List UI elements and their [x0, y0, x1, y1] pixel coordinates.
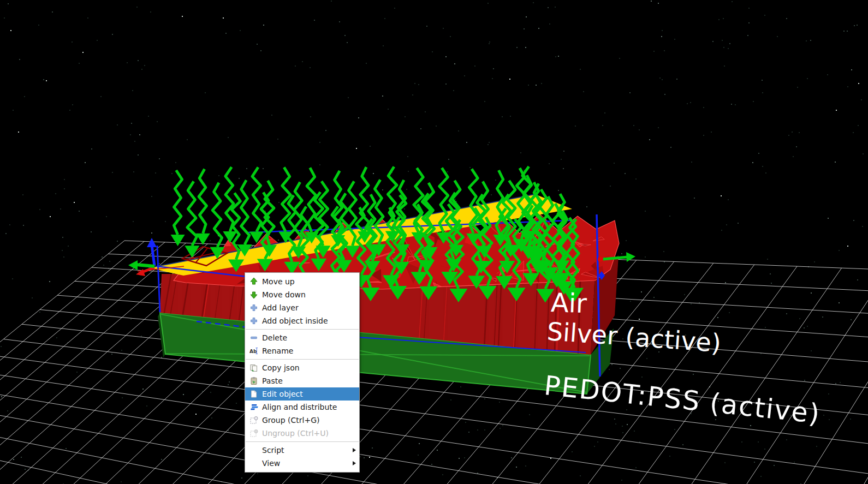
ungroup-icon — [249, 429, 258, 438]
menu-item-group[interactable]: Group (Ctrl+G) — [245, 414, 359, 427]
menu-item-label: Move up — [262, 277, 356, 286]
menu-item-label: Delete — [262, 333, 356, 342]
menu-item-label: Add object inside — [262, 316, 356, 325]
paste-icon — [249, 377, 258, 385]
edit-icon — [249, 390, 258, 398]
minus-icon — [249, 333, 258, 342]
menu-item-move-up[interactable]: Move up — [245, 275, 359, 288]
menu-item-copy-json[interactable]: Copy json — [245, 361, 359, 374]
menu-separator — [246, 441, 359, 442]
blank-icon — [249, 459, 258, 468]
label-air: Air — [550, 287, 587, 319]
menu-item-add-layer[interactable]: Add layer — [245, 301, 359, 314]
menu-item-align-distribute[interactable]: Align and distribute — [245, 401, 359, 414]
plus-icon — [249, 303, 258, 312]
menu-item-ungroup[interactable]: Ungroup (Ctrl+U) — [245, 427, 359, 440]
menu-item-label: Group (Ctrl+G) — [262, 416, 356, 425]
menu-item-add-object-inside[interactable]: Add object inside — [245, 314, 359, 327]
svg-text:Ab: Ab — [249, 349, 257, 354]
menu-item-label: Add layer — [262, 303, 356, 312]
menu-item-label: Copy json — [262, 363, 356, 372]
menu-item-view[interactable]: View — [245, 457, 359, 470]
menu-item-delete[interactable]: Delete — [245, 331, 359, 344]
menu-separator — [246, 359, 359, 360]
plus-icon — [249, 316, 258, 325]
copy-icon — [249, 363, 258, 372]
rename-icon: Ab — [249, 346, 258, 355]
menu-item-label: Ungroup (Ctrl+U) — [262, 429, 356, 438]
menu-item-script[interactable]: Script — [245, 444, 359, 457]
submenu-arrow-icon — [353, 448, 356, 452]
align-icon — [249, 403, 258, 411]
context-menu: Move upMove downAdd layerAdd object insi… — [245, 272, 360, 473]
menu-item-rename[interactable]: AbRename — [245, 344, 359, 357]
menu-item-move-down[interactable]: Move down — [245, 288, 359, 301]
menu-item-label: Move down — [262, 290, 356, 299]
menu-item-label: Align and distribute — [262, 403, 356, 411]
blank-icon — [249, 446, 258, 455]
menu-item-label: Edit object — [262, 390, 356, 398]
menu-item-label: Script — [262, 446, 353, 455]
menu-separator — [246, 329, 359, 330]
menu-item-label: Paste — [262, 377, 356, 385]
group-icon — [249, 416, 258, 425]
menu-item-paste[interactable]: Paste — [245, 374, 359, 387]
menu-item-edit-object[interactable]: Edit object — [245, 387, 359, 401]
menu-item-label: Rename — [262, 346, 356, 355]
menu-item-label: View — [262, 459, 353, 468]
arrow-up-icon — [249, 277, 258, 286]
3d-viewport[interactable]: Air Silver (active) PEDOT:PSS (active) M… — [0, 0, 868, 484]
arrow-down-icon — [249, 290, 258, 299]
submenu-arrow-icon — [353, 461, 356, 465]
